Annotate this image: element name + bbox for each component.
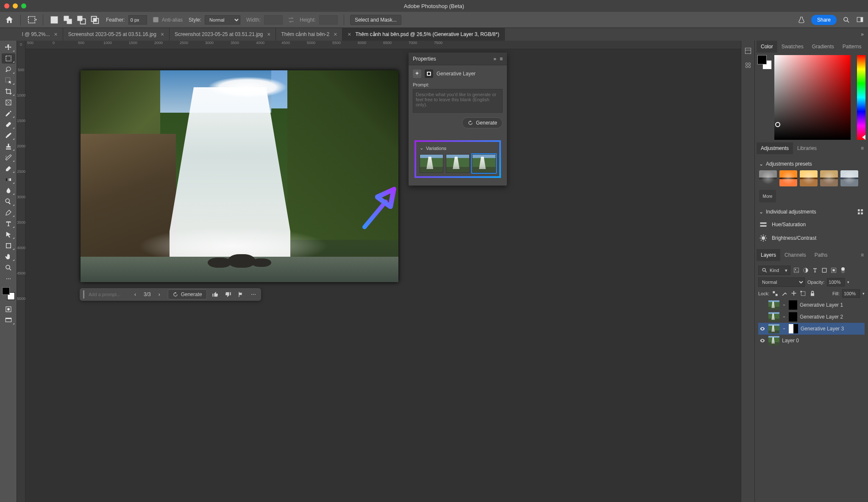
stamp-tool[interactable] bbox=[2, 141, 15, 152]
lock-artboard-icon[interactable] bbox=[800, 290, 807, 297]
filter-pixel-icon[interactable] bbox=[793, 267, 800, 274]
dodge-tool[interactable] bbox=[2, 197, 15, 207]
layer-item[interactable]: Layer 0 bbox=[758, 335, 865, 347]
panel-menu-icon[interactable]: ≡ bbox=[858, 145, 866, 151]
color-picker[interactable] bbox=[774, 55, 851, 140]
variation-thumb-3[interactable] bbox=[472, 154, 496, 173]
drag-handle[interactable] bbox=[83, 290, 84, 299]
brush-tool[interactable] bbox=[2, 130, 15, 141]
generate-button[interactable]: Generate bbox=[462, 117, 503, 128]
preset-thumb[interactable] bbox=[800, 170, 818, 186]
prompt-textarea[interactable] bbox=[413, 89, 503, 113]
eyedropper-tool[interactable] bbox=[2, 108, 15, 119]
filter-toggle[interactable] bbox=[841, 267, 845, 273]
variation-thumb-2[interactable] bbox=[446, 154, 470, 173]
tab-swatches[interactable]: Swatches bbox=[777, 41, 808, 53]
variation-thumb-1[interactable] bbox=[420, 154, 443, 173]
frame-tool[interactable] bbox=[2, 97, 15, 108]
chevron-down-icon[interactable]: ⌄ bbox=[759, 209, 763, 215]
zoom-tool[interactable] bbox=[2, 263, 15, 273]
preset-thumb[interactable] bbox=[779, 170, 797, 186]
new-selection-icon[interactable] bbox=[49, 15, 59, 25]
foreground-background-swatches[interactable] bbox=[2, 287, 15, 300]
close-tab-icon[interactable]: × bbox=[334, 31, 337, 38]
quick-mask-icon[interactable] bbox=[2, 304, 15, 314]
document-tab[interactable]: l @ 95,2%...× bbox=[17, 28, 63, 41]
type-tool[interactable] bbox=[2, 219, 15, 229]
close-window[interactable] bbox=[4, 3, 9, 8]
visibility-toggle[interactable] bbox=[759, 302, 766, 308]
close-tab-icon[interactable]: × bbox=[161, 31, 164, 38]
hue-slider[interactable] bbox=[857, 55, 865, 140]
prompt-input[interactable] bbox=[89, 292, 127, 297]
panel-menu-icon[interactable]: ≡ bbox=[865, 44, 868, 50]
lock-pixels-icon[interactable] bbox=[781, 290, 788, 297]
lock-transparent-icon[interactable] bbox=[772, 290, 779, 297]
chevron-down-icon[interactable]: ⌄ bbox=[759, 161, 763, 167]
layer-mask[interactable] bbox=[789, 324, 798, 333]
history-brush-tool[interactable] bbox=[2, 153, 15, 163]
beaker-icon[interactable] bbox=[798, 16, 805, 24]
lock-all-icon[interactable] bbox=[809, 290, 816, 297]
document-tab[interactable]: Screenshot 2023-05-25 at 03.51.16.jpg× bbox=[63, 28, 170, 41]
layer-mask[interactable] bbox=[789, 300, 797, 310]
flag-icon[interactable] bbox=[236, 290, 245, 299]
chevron-down-icon[interactable]: ⌄ bbox=[420, 145, 423, 151]
blend-mode-select[interactable]: Normal bbox=[758, 277, 805, 287]
screen-mode-icon[interactable] bbox=[2, 315, 15, 325]
visibility-toggle[interactable] bbox=[759, 337, 766, 344]
next-variation-icon[interactable]: › bbox=[155, 290, 164, 299]
layer-name[interactable]: Generative Layer 2 bbox=[800, 314, 843, 320]
filter-type-icon[interactable] bbox=[812, 267, 818, 274]
select-and-mask-button[interactable]: Select and Mask... bbox=[350, 15, 401, 25]
more-options-icon[interactable]: ⋯ bbox=[249, 290, 258, 299]
filter-smart-icon[interactable] bbox=[830, 267, 837, 274]
blur-tool[interactable] bbox=[2, 186, 15, 196]
shape-tool[interactable] bbox=[2, 241, 15, 251]
preset-thumb[interactable] bbox=[759, 170, 777, 186]
tab-libraries[interactable]: Libraries bbox=[793, 142, 821, 154]
visibility-toggle[interactable] bbox=[759, 313, 766, 320]
style-select[interactable]: Normal bbox=[205, 15, 240, 25]
tab-overflow-icon[interactable]: » bbox=[857, 31, 868, 37]
lock-position-icon[interactable] bbox=[790, 290, 797, 297]
marquee-tool[interactable] bbox=[2, 53, 15, 64]
opacity-input[interactable] bbox=[827, 278, 845, 286]
tab-paths[interactable]: Paths bbox=[810, 249, 832, 261]
adjustment-hue-saturation[interactable]: Hue/Saturation bbox=[759, 218, 864, 231]
heal-tool[interactable] bbox=[2, 119, 15, 130]
layer-item-selected[interactable]: Generative Layer 3 bbox=[758, 323, 865, 335]
hand-tool[interactable] bbox=[2, 252, 15, 262]
document-tab[interactable]: Thêm cảnh hai bên-2× bbox=[276, 28, 342, 41]
collapsed-panel-icon[interactable] bbox=[744, 47, 752, 55]
intersect-selection-icon[interactable] bbox=[90, 15, 100, 25]
adjustment-brightness-contrast[interactable]: Brightness/Contrast bbox=[759, 231, 864, 245]
tab-channels[interactable]: Channels bbox=[780, 249, 810, 261]
search-icon[interactable] bbox=[843, 16, 850, 24]
document-tab-active[interactable]: ×Thêm cảnh hai bên.psd @ 26,5% (Generati… bbox=[342, 28, 505, 41]
layer-item[interactable]: Generative Layer 1 bbox=[758, 299, 865, 311]
close-tab-icon[interactable]: × bbox=[348, 31, 351, 38]
document-tab[interactable]: Screenshot 2023-05-25 at 03.51.21.jpg× bbox=[170, 28, 276, 41]
close-tab-icon[interactable]: × bbox=[267, 31, 270, 38]
filter-shape-icon[interactable] bbox=[821, 267, 828, 274]
zoom-window[interactable] bbox=[21, 3, 26, 8]
filter-adjustment-icon[interactable] bbox=[802, 267, 809, 274]
thumbs-up-icon[interactable] bbox=[211, 290, 220, 299]
layer-filter-select[interactable]: Kind▾ bbox=[758, 266, 790, 275]
tab-color[interactable]: Color bbox=[757, 41, 777, 53]
canvas-image[interactable] bbox=[81, 70, 398, 282]
layer-name[interactable]: Generative Layer 1 bbox=[800, 302, 843, 308]
move-tool[interactable] bbox=[2, 42, 15, 53]
path-select-tool[interactable] bbox=[2, 230, 15, 240]
tab-gradients[interactable]: Gradients bbox=[808, 41, 838, 53]
panel-menu-icon[interactable]: ≡ bbox=[500, 56, 503, 62]
tab-patterns[interactable]: Patterns bbox=[838, 41, 866, 53]
canvas-area[interactable]: ‹ 3/3 › Generate ⋯ Properties » ≡ bbox=[25, 49, 741, 502]
more-presets-button[interactable]: More bbox=[759, 190, 776, 202]
workspace-icon[interactable] bbox=[856, 16, 864, 24]
marquee-tool-icon[interactable]: ▾ bbox=[27, 15, 37, 25]
feather-input[interactable] bbox=[128, 15, 147, 25]
layer-mask[interactable] bbox=[789, 312, 797, 322]
object-select-tool[interactable] bbox=[2, 75, 15, 86]
